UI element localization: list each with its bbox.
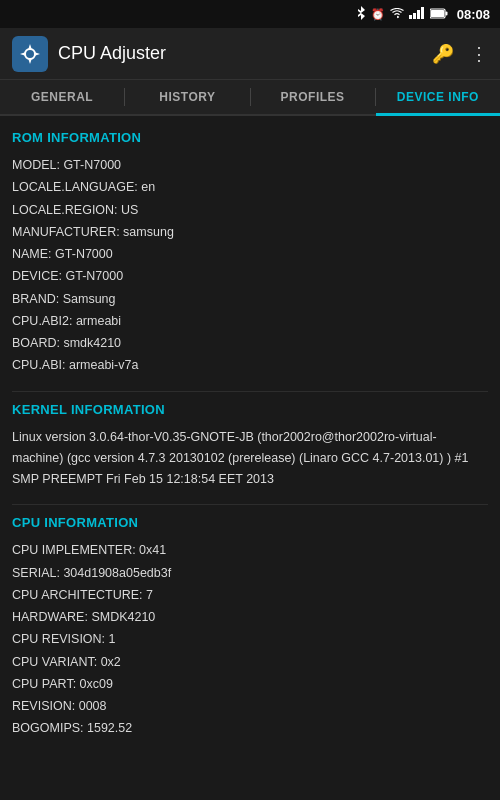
svg-rect-0	[409, 15, 412, 19]
rom-item-1: LOCALE.LANGUAGE: en	[12, 177, 488, 198]
rom-section-title: ROM INFORMATION	[12, 130, 488, 145]
rom-item-7: CPU.ABI2: armeabi	[12, 311, 488, 332]
tab-profiles[interactable]: PROFILES	[251, 80, 375, 114]
kernel-text: Linux version 3.0.64-thor-V0.35-GNOTE-JB…	[12, 427, 488, 491]
wifi-icon	[390, 8, 404, 21]
tab-general[interactable]: GENERAL	[0, 80, 124, 114]
kernel-section-content: Linux version 3.0.64-thor-V0.35-GNOTE-JB…	[12, 427, 488, 491]
rom-item-3: MANUFACTURER: samsung	[12, 222, 488, 243]
header-actions: 🔑 ⋮	[432, 43, 488, 65]
cpu-section: CPU INFORMATION CPU IMPLEMENTER: 0x41 SE…	[12, 515, 488, 739]
key-icon[interactable]: 🔑	[432, 43, 454, 65]
rom-item-0: MODEL: GT-N7000	[12, 155, 488, 176]
rom-item-2: LOCALE.REGION: US	[12, 200, 488, 221]
divider-2	[12, 504, 488, 505]
alarm-icon: ⏰	[371, 8, 385, 21]
overflow-menu-icon[interactable]: ⋮	[470, 43, 488, 65]
cpu-item-8: BOGOMIPS: 1592.52	[12, 718, 488, 739]
cpu-item-6: CPU PART: 0xc09	[12, 674, 488, 695]
app-header: CPU Adjuster 🔑 ⋮	[0, 28, 500, 80]
tabs-bar: GENERAL HISTORY PROFILES DEVICE INFO	[0, 80, 500, 116]
svg-rect-5	[445, 11, 447, 15]
cpu-item-4: CPU REVISION: 1	[12, 629, 488, 650]
tab-history[interactable]: HISTORY	[125, 80, 249, 114]
status-bar: ⏰ 08:08	[0, 0, 500, 28]
signal-icon	[409, 7, 425, 21]
rom-item-8: BOARD: smdk4210	[12, 333, 488, 354]
battery-icon	[430, 8, 448, 21]
cpu-section-content: CPU IMPLEMENTER: 0x41 SERIAL: 304d1908a0…	[12, 540, 488, 739]
rom-item-6: BRAND: Samsung	[12, 289, 488, 310]
app-icon	[12, 36, 48, 72]
cpu-item-7: REVISION: 0008	[12, 696, 488, 717]
svg-rect-6	[431, 10, 444, 17]
svg-point-7	[25, 49, 35, 59]
tab-device-info[interactable]: DEVICE INFO	[376, 80, 500, 114]
status-icons: ⏰ 08:08	[356, 6, 490, 22]
svg-rect-3	[421, 7, 424, 19]
app-title: CPU Adjuster	[58, 43, 432, 64]
cpu-item-2: CPU ARCHITECTURE: 7	[12, 585, 488, 606]
cpu-item-1: SERIAL: 304d1908a05edb3f	[12, 563, 488, 584]
rom-item-4: NAME: GT-N7000	[12, 244, 488, 265]
kernel-section: KERNEL INFORMATION Linux version 3.0.64-…	[12, 402, 488, 491]
cpu-item-5: CPU VARIANT: 0x2	[12, 652, 488, 673]
svg-rect-2	[417, 10, 420, 19]
rom-section: ROM INFORMATION MODEL: GT-N7000 LOCALE.L…	[12, 130, 488, 377]
cpu-item-3: HARDWARE: SMDK4210	[12, 607, 488, 628]
divider-1	[12, 391, 488, 392]
svg-rect-1	[413, 13, 416, 19]
status-time: 08:08	[457, 7, 490, 22]
content-area: ROM INFORMATION MODEL: GT-N7000 LOCALE.L…	[0, 116, 500, 792]
cpu-item-0: CPU IMPLEMENTER: 0x41	[12, 540, 488, 561]
rom-item-5: DEVICE: GT-N7000	[12, 266, 488, 287]
kernel-section-title: KERNEL INFORMATION	[12, 402, 488, 417]
cpu-section-title: CPU INFORMATION	[12, 515, 488, 530]
rom-section-content: MODEL: GT-N7000 LOCALE.LANGUAGE: en LOCA…	[12, 155, 488, 377]
bluetooth-icon	[356, 6, 366, 22]
rom-item-9: CPU.ABI: armeabi-v7a	[12, 355, 488, 376]
